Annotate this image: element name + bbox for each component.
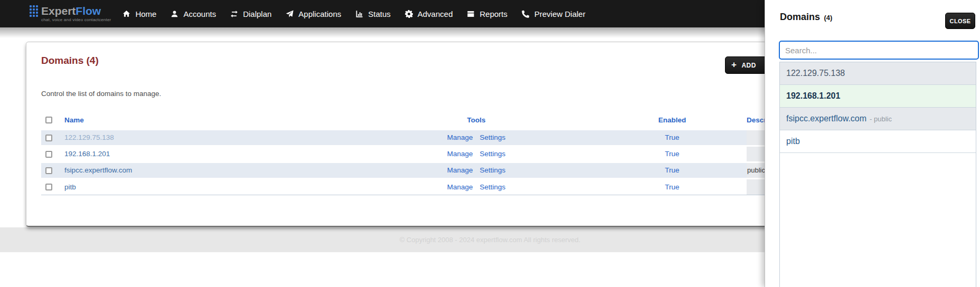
domain-list-item[interactable]: fsipcc.expertflow.com - public	[780, 108, 976, 130]
nav-item-home[interactable]: Home	[123, 9, 156, 18]
column-header-tools[interactable]: Tools	[355, 109, 598, 129]
user-icon	[171, 10, 178, 18]
close-button-label: CLOSE	[950, 18, 971, 24]
domain-name-link[interactable]: 192.168.1.201	[64, 150, 110, 158]
manage-link[interactable]: Manage	[447, 133, 473, 141]
manage-link[interactable]: Manage	[447, 183, 473, 191]
copyright-text: © Copyright 2008 - 2024 expertflow.com A…	[400, 236, 581, 244]
domain-list-item-selected[interactable]: 192.168.1.201	[780, 85, 976, 108]
domain-item-label: pitb	[786, 137, 800, 146]
paper-plane-icon	[286, 10, 294, 18]
domain-search-input[interactable]	[779, 41, 979, 60]
phone-icon	[522, 10, 530, 18]
column-header-name[interactable]: Name	[64, 109, 355, 129]
brand-tagline: chat, voice and video contactcenter	[30, 17, 111, 22]
enabled-value: True	[665, 183, 679, 191]
row-checkbox[interactable]	[45, 135, 52, 141]
domain-selector-panel: Domains (4) CLOSE 122.129.75.138 192.168…	[765, 0, 980, 287]
manage-link[interactable]: Manage	[447, 166, 473, 174]
nav-item-status[interactable]: Status	[355, 9, 391, 18]
nav-item-label: Advanced	[418, 9, 453, 18]
bar-chart-icon	[355, 10, 363, 18]
nav-item-label: Dialplan	[243, 9, 271, 18]
archive-icon	[467, 10, 475, 18]
settings-link[interactable]: Settings	[480, 183, 506, 191]
domain-list: 122.129.75.138 192.168.1.201 fsipcc.expe…	[779, 62, 976, 287]
nav-item-label: Preview Dialer	[534, 9, 586, 18]
plus-icon	[731, 61, 737, 69]
domain-list-item[interactable]: 122.129.75.138	[780, 62, 976, 85]
column-header-enabled[interactable]: Enabled	[598, 109, 747, 129]
brand-name-primary: Expert	[41, 5, 76, 17]
nav-item-label: Applications	[298, 9, 341, 18]
settings-link[interactable]: Settings	[480, 166, 506, 174]
nav-item-accounts[interactable]: Accounts	[171, 9, 216, 18]
swap-arrows-icon	[230, 10, 238, 18]
domain-item-label: 192.168.1.201	[786, 91, 840, 101]
nav-item-label: Reports	[479, 9, 507, 18]
nav-item-label: Accounts	[183, 9, 216, 18]
domain-name-link[interactable]: 122.129.75.138	[64, 133, 114, 141]
row-checkbox[interactable]	[45, 151, 52, 158]
enabled-value: True	[665, 150, 679, 158]
nav-item-label: Home	[135, 9, 156, 18]
row-checkbox[interactable]	[45, 184, 52, 190]
nav-item-reports[interactable]: Reports	[467, 9, 507, 18]
domain-name-link[interactable]: fsipcc.expertflow.com	[64, 166, 132, 174]
domain-item-suffix: - public	[870, 115, 892, 123]
settings-link[interactable]: Settings	[480, 133, 506, 141]
nav-item-advanced[interactable]: Advanced	[405, 9, 453, 18]
logo-dots-icon	[30, 5, 38, 17]
panel-title: Domains	[780, 12, 820, 22]
domain-name-link[interactable]: pitb	[64, 183, 76, 191]
row-checkbox[interactable]	[45, 167, 52, 174]
panel-title-count: (4)	[824, 14, 832, 22]
close-button[interactable]: CLOSE	[945, 13, 975, 29]
manage-link[interactable]: Manage	[447, 150, 473, 158]
domain-item-label: fsipcc.expertflow.com	[786, 114, 866, 123]
nav-item-label: Status	[368, 9, 391, 18]
brand-name-secondary: Flow	[76, 5, 101, 17]
nav-item-applications[interactable]: Applications	[286, 9, 341, 18]
gear-icon	[405, 10, 413, 18]
page-title-count: (4)	[87, 55, 99, 66]
nav-item-preview-dialer[interactable]: Preview Dialer	[522, 9, 586, 18]
nav-menu: Home Accounts Dialplan Applications Stat…	[123, 0, 585, 27]
domain-item-label: 122.129.75.138	[786, 69, 845, 78]
enabled-value: True	[665, 166, 679, 174]
settings-link[interactable]: Settings	[480, 150, 506, 158]
select-all-checkbox[interactable]	[45, 117, 52, 123]
domain-list-item[interactable]: pitb	[780, 130, 976, 153]
brand-logo[interactable]: ExpertFlow chat, voice and video contact…	[30, 5, 111, 22]
enabled-value: True	[665, 133, 679, 141]
add-button-label: ADD	[741, 62, 756, 69]
nav-item-dialplan[interactable]: Dialplan	[230, 9, 271, 18]
home-icon	[123, 10, 130, 18]
